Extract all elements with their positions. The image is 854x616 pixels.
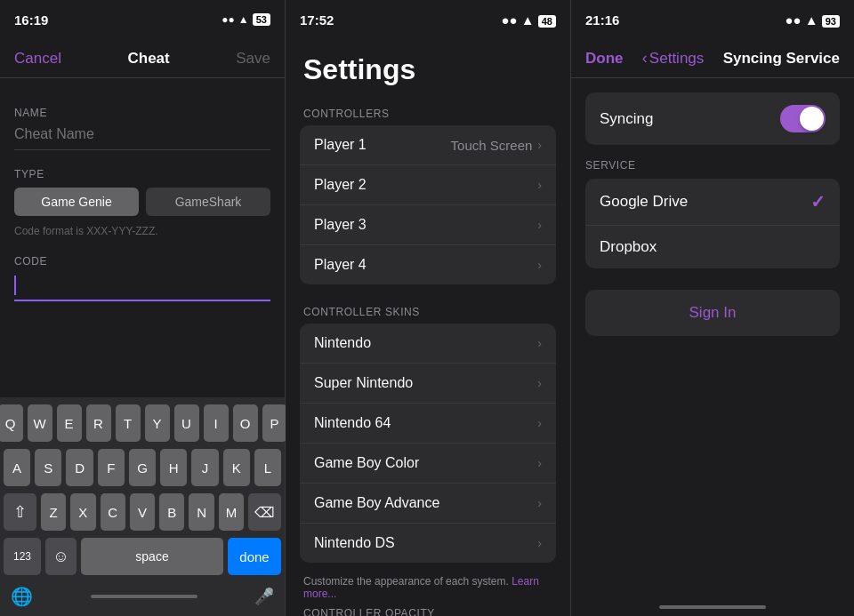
player3-item[interactable]: Player 3 › [300, 205, 556, 245]
game-genie-button[interactable]: Game Genie [14, 188, 139, 216]
navbar-1: Cancel Cheat Save [0, 39, 285, 78]
status-icons-2: ●● ▲ 48 [501, 12, 556, 28]
nds-label: Nintendo DS [314, 535, 395, 551]
cancel-button[interactable]: Cancel [14, 50, 61, 68]
cheat-name-input[interactable] [14, 126, 270, 150]
n64-label: Nintendo 64 [314, 415, 391, 431]
syncing-service-title: Syncing Service [723, 50, 840, 68]
syncing-content: Syncing SERVICE Google Drive ✓ Dropbox S… [571, 78, 854, 350]
key-e[interactable]: E [57, 404, 82, 442]
key-t[interactable]: T [116, 404, 141, 442]
super-nintendo-skin-item[interactable]: Super Nintendo › [300, 364, 556, 404]
gameshark-button[interactable]: GameShark [146, 188, 270, 216]
signal-3-icon: ●● [785, 12, 801, 28]
key-i[interactable]: I [204, 404, 229, 442]
chevron-left-icon: ‹ [642, 49, 648, 68]
back-navigation[interactable]: ‹ Settings [642, 49, 704, 68]
done-button[interactable]: Done [585, 50, 624, 68]
sign-in-button[interactable]: Sign In [585, 290, 840, 336]
key-o[interactable]: O [233, 404, 258, 442]
syncing-toggle-row: Syncing [585, 92, 840, 145]
key-n[interactable]: N [189, 493, 214, 531]
key-s[interactable]: S [35, 449, 61, 486]
syncing-toggle[interactable] [780, 105, 826, 132]
battery-3: 93 [822, 15, 840, 28]
space-key[interactable]: space [81, 538, 223, 575]
keyboard: Q W E R T Y U I O P A S D F G H J K L ⇧ … [0, 397, 285, 616]
navbar-3: Done ‹ Settings Syncing Service [571, 39, 854, 78]
dropbox-label: Dropbox [600, 238, 657, 256]
super-nintendo-label: Super Nintendo [314, 375, 413, 391]
status-icons-1: ●● ▲ 53 [222, 13, 270, 26]
key-z[interactable]: Z [41, 493, 66, 531]
key-h[interactable]: H [160, 449, 187, 486]
google-drive-item[interactable]: Google Drive ✓ [585, 179, 840, 226]
nintendo-skin-item[interactable]: Nintendo › [300, 324, 556, 364]
gbc-skin-item[interactable]: Game Boy Color › [300, 444, 556, 484]
key-d[interactable]: D [66, 449, 93, 486]
customize-text: Customize the appearance of each system.… [286, 570, 570, 600]
settings-title: Settings [286, 39, 570, 93]
key-r[interactable]: R [86, 404, 111, 442]
key-l[interactable]: L [254, 449, 281, 486]
dropbox-item[interactable]: Dropbox [585, 226, 840, 268]
opacity-header: CONTROLLER OPACITY [303, 607, 552, 616]
code-input[interactable] [14, 275, 270, 301]
skins-list: Nintendo › Super Nintendo › Nintendo 64 … [300, 324, 556, 563]
chevron-icon-8: › [537, 456, 542, 470]
chevron-icon-4: › [537, 258, 542, 272]
status-icons-3: ●● ▲ 93 [785, 12, 840, 28]
cheat-title: Cheat [127, 50, 169, 68]
player4-item[interactable]: Player 4 › [300, 245, 556, 284]
done-key[interactable]: done [228, 538, 281, 575]
numbers-key[interactable]: 123 [4, 538, 41, 575]
save-button[interactable]: Save [236, 50, 270, 68]
key-u[interactable]: U [174, 404, 199, 442]
player2-label: Player 2 [314, 177, 367, 193]
n64-skin-item[interactable]: Nintendo 64 › [300, 404, 556, 444]
name-label: NAME [14, 107, 270, 119]
key-k[interactable]: K [223, 449, 250, 486]
home-indicator [91, 595, 197, 598]
player3-label: Player 3 [314, 217, 367, 233]
gba-label: Game Boy Advance [314, 495, 439, 511]
google-drive-check-icon: ✓ [810, 191, 826, 212]
shift-key[interactable]: ⇧ [4, 493, 36, 531]
key-j[interactable]: J [191, 449, 218, 486]
time-1: 16:19 [14, 12, 48, 28]
emoji-key[interactable]: ☺ [45, 538, 77, 575]
key-m[interactable]: M [219, 493, 244, 531]
controllers-section-header: CONTROLLERS [286, 93, 570, 125]
gba-skin-item[interactable]: Game Boy Advance › [300, 484, 556, 524]
player2-item[interactable]: Player 2 › [300, 165, 556, 205]
player1-item[interactable]: Player 1 Touch Screen › [300, 125, 556, 165]
nintendo-label: Nintendo [314, 335, 371, 351]
backspace-key[interactable]: ⌫ [248, 493, 281, 531]
key-g[interactable]: G [129, 449, 156, 486]
key-v[interactable]: V [130, 493, 155, 531]
globe-icon[interactable]: 🌐 [11, 586, 33, 607]
key-y[interactable]: Y [145, 404, 170, 442]
keyboard-row-3: ⇧ Z X C V B N M ⌫ [4, 493, 281, 531]
gbc-label: Game Boy Color [314, 455, 419, 471]
key-b[interactable]: B [159, 493, 184, 531]
code-hint: Code format is XXX-YYY-ZZZ. [14, 225, 270, 237]
nds-skin-item[interactable]: Nintendo DS › [300, 524, 556, 563]
keyboard-row-4: 123 ☺ space done [4, 538, 281, 575]
service-section-label: SERVICE [585, 159, 840, 172]
key-f[interactable]: F [98, 449, 125, 486]
statusbar-3: 21:16 ●● ▲ 93 [571, 0, 854, 39]
signal-icon: ●● [222, 13, 235, 26]
key-a[interactable]: A [4, 449, 30, 486]
key-q[interactable]: Q [0, 404, 23, 442]
key-p[interactable]: P [262, 404, 287, 442]
key-c[interactable]: C [101, 493, 125, 531]
wifi-3-icon: ▲ [805, 12, 818, 28]
keyboard-row-2: A S D F G H J K L [4, 449, 281, 486]
home-indicator-3 [659, 605, 766, 609]
mic-icon[interactable]: 🎤 [254, 587, 274, 606]
key-w[interactable]: W [28, 404, 52, 442]
key-x[interactable]: X [70, 493, 95, 531]
player1-label: Player 1 [314, 137, 367, 153]
service-list: Google Drive ✓ Dropbox [585, 179, 840, 268]
